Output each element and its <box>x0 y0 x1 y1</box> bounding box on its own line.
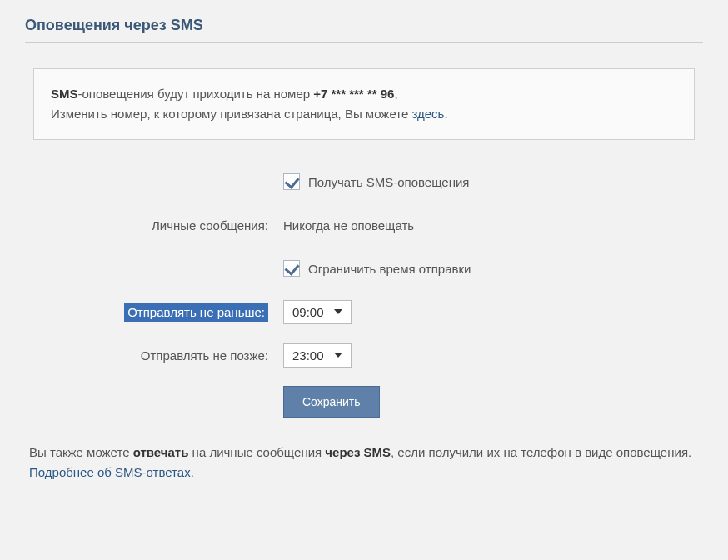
footer-part1: Вы также можете <box>29 445 133 459</box>
info-sms-bold: SMS <box>51 87 78 101</box>
row-send-not-before: Отправлять не раньше: 09:00 <box>42 299 703 324</box>
chevron-down-icon <box>334 309 342 314</box>
sms-replies-link[interactable]: Подробнее об SMS-ответах <box>29 465 191 479</box>
footer-part3: , если получили их на телефон в виде опо… <box>391 445 691 459</box>
footer-bold2: через SMS <box>325 445 391 459</box>
save-button[interactable]: Сохранить <box>283 386 380 418</box>
row-receive-sms: Получать SMS-оповещения <box>42 169 703 194</box>
send-not-after-value: 23:00 <box>292 348 324 362</box>
info-line1-rest: -оповещения будут приходить на номер <box>78 87 314 101</box>
footer-note: Вы также можете отвечать на личные сообщ… <box>25 442 703 482</box>
limit-time-label: Ограничить время отправки <box>308 262 471 276</box>
footer-bold1: отвечать <box>133 445 189 459</box>
info-line2-start: Изменить номер, к которому привязана стр… <box>51 107 411 121</box>
row-send-not-after: Отправлять не позже: 23:00 <box>42 342 703 368</box>
footer-end: . <box>191 465 194 479</box>
send-not-after-label: Отправлять не позже: <box>42 348 283 362</box>
phone-number: +7 *** *** ** 96 <box>313 87 394 101</box>
chevron-down-icon <box>334 352 342 358</box>
receive-sms-checkbox[interactable] <box>283 173 300 190</box>
send-not-before-value: 09:00 <box>292 305 324 319</box>
info-box: SMS-оповещения будут приходить на номер … <box>33 68 695 140</box>
limit-time-checkbox[interactable] <box>283 260 300 277</box>
footer-part2: на личные сообщения <box>188 445 325 459</box>
send-not-before-label: Отправлять не раньше: <box>124 302 268 322</box>
change-number-link[interactable]: здесь <box>411 107 444 121</box>
info-line1-end: , <box>394 87 397 101</box>
row-limit-time: Ограничить время отправки <box>42 256 703 281</box>
row-private-messages: Личные сообщения: Никогда не оповещать <box>42 212 703 238</box>
private-messages-value[interactable]: Никогда не оповещать <box>283 218 414 232</box>
send-not-after-dropdown[interactable]: 23:00 <box>283 343 352 368</box>
info-line2-end: . <box>444 107 447 121</box>
row-save: Сохранить <box>42 386 703 418</box>
section-title: Оповещения через SMS <box>25 17 703 43</box>
send-not-before-dropdown[interactable]: 09:00 <box>283 300 352 324</box>
settings-form: Получать SMS-оповещения Личные сообщения… <box>42 169 703 418</box>
private-messages-label: Личные сообщения: <box>42 218 283 232</box>
receive-sms-label: Получать SMS-оповещения <box>308 175 469 189</box>
